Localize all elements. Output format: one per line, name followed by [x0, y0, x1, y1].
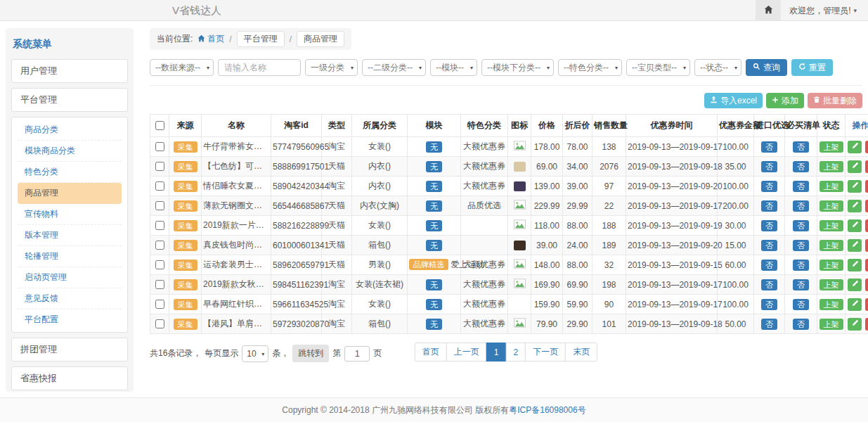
batch-delete-button[interactable]: 批量删除 — [808, 93, 862, 108]
page-button[interactable]: 2 — [506, 343, 526, 362]
must-buy-badge[interactable]: 否 — [793, 319, 809, 330]
reset-button[interactable]: 重置 — [791, 59, 833, 76]
page-button[interactable]: 上一页 — [446, 343, 487, 362]
page-button[interactable]: 末页 — [565, 343, 597, 362]
status-select[interactable]: --状态-- — [695, 60, 741, 75]
imported-badge[interactable]: 否 — [761, 220, 777, 231]
data-source-select[interactable]: --数据来源-- — [150, 60, 213, 75]
status-badge[interactable]: 上架 — [820, 299, 843, 310]
imported-badge[interactable]: 否 — [761, 141, 777, 153]
delete-button[interactable] — [865, 141, 868, 153]
per-page-select[interactable]: 10 — [242, 346, 268, 362]
sidebar-item[interactable]: 模块商品分类 — [18, 141, 122, 162]
status-badge[interactable]: 上架 — [820, 279, 843, 290]
module-sub-category-select[interactable]: --模块下分类-- — [482, 60, 553, 75]
sidebar-item[interactable]: 启动页管理 — [18, 267, 122, 288]
status-badge[interactable]: 上架 — [820, 319, 843, 330]
add-button[interactable]: 添加 — [766, 93, 804, 108]
sidebar-section[interactable]: 平台管理 — [11, 88, 128, 112]
jump-page-input[interactable] — [344, 346, 370, 362]
jump-button[interactable]: 跳转到 — [292, 345, 329, 362]
must-buy-badge[interactable]: 否 — [793, 220, 809, 231]
user-menu[interactable]: 欢迎您，管理员! ▾ — [789, 5, 857, 17]
import-excel-button[interactable]: 导入excel — [704, 93, 763, 108]
row-checkbox[interactable] — [155, 162, 164, 171]
select-all-checkbox[interactable] — [155, 121, 164, 130]
edit-button[interactable] — [848, 219, 862, 232]
feature-category-select[interactable]: --特色分类-- — [559, 60, 621, 75]
row-checkbox[interactable] — [155, 280, 164, 289]
row-checkbox[interactable] — [155, 181, 164, 191]
edit-button[interactable] — [848, 279, 862, 291]
sidebar-section[interactable]: 用户管理 — [11, 59, 128, 83]
row-checkbox[interactable] — [155, 300, 164, 309]
item-type-select[interactable]: --宝贝类型-- — [627, 60, 689, 75]
level1-category-select[interactable]: 一级分类 — [306, 60, 357, 75]
status-badge[interactable]: 上架 — [820, 260, 843, 271]
page-button[interactable]: 下一页 — [525, 343, 566, 362]
edit-button[interactable] — [848, 259, 862, 271]
row-checkbox[interactable] — [155, 319, 164, 328]
delete-button[interactable] — [865, 318, 868, 331]
edit-button[interactable] — [848, 160, 862, 173]
level2-category-select[interactable]: --二级分类-- — [363, 60, 425, 75]
edit-button[interactable] — [848, 180, 862, 193]
status-badge[interactable]: 上架 — [820, 220, 843, 231]
must-buy-badge[interactable]: 否 — [793, 181, 809, 192]
edit-button[interactable] — [848, 200, 862, 212]
sidebar-section[interactable]: 拼团管理 — [11, 338, 128, 362]
sidebar-item[interactable]: 商品管理 — [18, 183, 122, 204]
must-buy-badge[interactable]: 否 — [793, 299, 809, 310]
must-buy-badge[interactable]: 否 — [793, 141, 809, 153]
breadcrumb-home-link[interactable]: 首页 — [197, 33, 224, 45]
imported-badge[interactable]: 否 — [761, 260, 777, 271]
imported-badge[interactable]: 否 — [761, 279, 777, 290]
imported-badge[interactable]: 否 — [761, 200, 777, 212]
imported-badge[interactable]: 否 — [761, 240, 777, 251]
row-checkbox[interactable] — [155, 221, 164, 230]
sidebar-item[interactable]: 特色分类 — [18, 162, 122, 183]
sidebar-item[interactable]: 宣传物料 — [18, 204, 122, 225]
delete-button[interactable] — [865, 298, 868, 311]
status-badge[interactable]: 上架 — [820, 240, 843, 251]
header-home-button[interactable] — [756, 0, 781, 21]
imported-badge[interactable]: 否 — [761, 181, 777, 192]
edit-button[interactable] — [848, 298, 862, 311]
row-checkbox[interactable] — [155, 142, 164, 151]
edit-button[interactable] — [848, 239, 862, 252]
sidebar-item[interactable]: 平台配置 — [18, 309, 122, 330]
delete-button[interactable] — [865, 180, 868, 193]
page-button[interactable]: 1 — [486, 343, 507, 362]
row-checkbox[interactable] — [155, 260, 164, 269]
status-badge[interactable]: 上架 — [820, 200, 843, 212]
row-checkbox[interactable] — [155, 241, 164, 250]
status-badge[interactable]: 上架 — [820, 181, 843, 192]
name-search-input[interactable] — [218, 59, 301, 76]
imported-badge[interactable]: 否 — [761, 299, 777, 310]
delete-button[interactable] — [865, 160, 868, 173]
status-badge[interactable]: 上架 — [820, 141, 843, 153]
sidebar-item[interactable]: 版本管理 — [18, 225, 122, 246]
must-buy-badge[interactable]: 否 — [793, 279, 809, 290]
module-select[interactable]: --模块-- — [431, 60, 477, 75]
imported-badge[interactable]: 否 — [761, 161, 777, 172]
row-checkbox[interactable] — [155, 201, 164, 210]
sidebar-item[interactable]: 轮播管理 — [18, 246, 122, 267]
icp-link[interactable]: 粤ICP备16098006号 — [509, 404, 585, 416]
must-buy-badge[interactable]: 否 — [793, 260, 809, 271]
must-buy-badge[interactable]: 否 — [793, 161, 809, 172]
must-buy-badge[interactable]: 否 — [793, 240, 809, 251]
edit-button[interactable] — [848, 141, 862, 153]
edit-button[interactable] — [848, 318, 862, 331]
sidebar-item[interactable]: 意见反馈 — [18, 288, 122, 309]
page-button[interactable]: 首页 — [415, 343, 447, 362]
delete-button[interactable] — [865, 219, 868, 232]
search-button[interactable]: 查询 — [746, 59, 787, 76]
must-buy-badge[interactable]: 否 — [793, 200, 809, 212]
status-badge[interactable]: 上架 — [820, 161, 843, 172]
sidebar-section[interactable]: 省惠快报 — [11, 366, 128, 390]
delete-button[interactable] — [865, 200, 868, 212]
delete-button[interactable] — [865, 279, 868, 291]
delete-button[interactable] — [865, 259, 868, 271]
imported-badge[interactable]: 否 — [761, 319, 777, 330]
